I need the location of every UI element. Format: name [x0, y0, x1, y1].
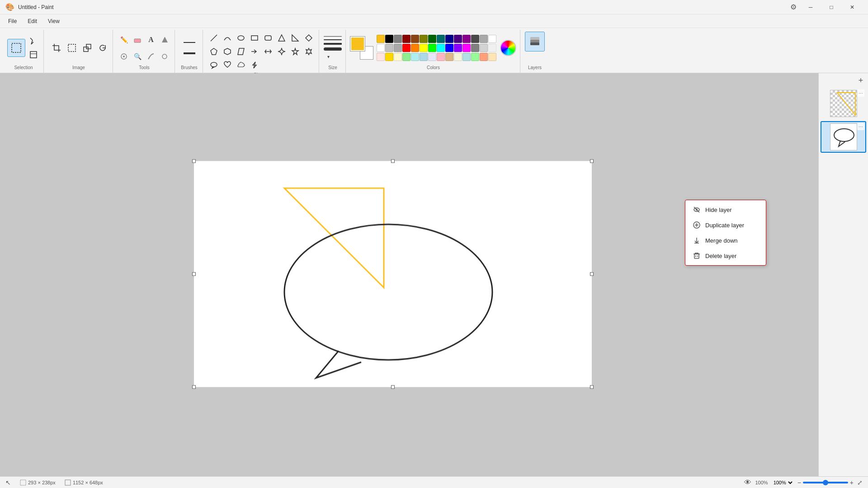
heart-shape-btn[interactable]: [221, 59, 234, 71]
triangle-shape-btn[interactable]: [275, 32, 288, 44]
rotate-btn[interactable]: [96, 42, 109, 54]
color-swatch[interactable]: [377, 53, 385, 61]
layer-item-1[interactable]: ⋯: [821, 88, 866, 119]
handle-mr[interactable]: [590, 272, 594, 276]
color-wheel-btn[interactable]: [500, 40, 516, 56]
main-canvas[interactable]: [194, 161, 592, 387]
smudge-btn[interactable]: [158, 50, 171, 63]
color-swatch[interactable]: [411, 35, 419, 43]
settings-icon[interactable]: ⚙: [790, 3, 797, 11]
curve-shape-btn[interactable]: [221, 32, 234, 44]
color-swatch[interactable]: [394, 44, 402, 52]
star6-shape-btn[interactable]: [302, 45, 315, 58]
star5-shape-btn[interactable]: [289, 45, 302, 58]
color-swatch[interactable]: [377, 35, 385, 43]
brush-2-btn[interactable]: [181, 49, 198, 58]
ellipse-shape-btn[interactable]: [235, 32, 247, 44]
color-swatch[interactable]: [480, 44, 488, 52]
minimize-button[interactable]: ─: [800, 0, 821, 14]
color-swatch[interactable]: [480, 35, 488, 43]
color-swatch[interactable]: [385, 35, 393, 43]
brush-1-btn[interactable]: [181, 38, 198, 47]
color-swatch[interactable]: [471, 53, 479, 61]
select-rect-btn[interactable]: [7, 39, 25, 57]
parallelogram-shape-btn[interactable]: [235, 45, 247, 58]
text-btn[interactable]: A: [145, 33, 157, 46]
resize-btn[interactable]: [79, 40, 95, 56]
hide-layer-item[interactable]: Hide layer: [685, 202, 766, 217]
color-swatch[interactable]: [411, 44, 419, 52]
select-options-btn[interactable]: [27, 48, 40, 61]
magnifier-btn[interactable]: 🔍: [131, 50, 144, 63]
crop-btn[interactable]: [48, 40, 65, 56]
lightning-shape-btn[interactable]: [248, 59, 261, 71]
color-swatch[interactable]: [411, 53, 419, 61]
eraser-btn[interactable]: [131, 33, 144, 46]
color-swatch[interactable]: [385, 53, 393, 61]
zoom-slider[interactable]: [803, 482, 848, 483]
handle-tr[interactable]: [590, 160, 594, 163]
roundrect-shape-btn[interactable]: [262, 32, 274, 44]
dbarrow-shape-btn[interactable]: [262, 45, 274, 58]
color-swatch[interactable]: [488, 35, 496, 43]
handle-tc[interactable]: [391, 160, 395, 163]
size-2-btn[interactable]: [324, 39, 342, 40]
color-swatch[interactable]: [471, 44, 479, 52]
callout-shape-btn[interactable]: [208, 59, 220, 71]
color-swatch[interactable]: [454, 44, 462, 52]
arrow-shape-btn[interactable]: [248, 45, 261, 58]
delete-layer-item[interactable]: Delete layer: [685, 248, 766, 263]
color-swatch[interactable]: [394, 53, 402, 61]
handle-bc[interactable]: [391, 385, 395, 389]
color-swatch[interactable]: [394, 35, 402, 43]
diamond-shape-btn[interactable]: [302, 32, 315, 44]
color-swatch[interactable]: [445, 44, 453, 52]
close-button[interactable]: ✕: [842, 0, 863, 14]
menu-file[interactable]: File: [4, 16, 21, 26]
star4-shape-btn[interactable]: [275, 45, 288, 58]
color-swatch[interactable]: [480, 53, 488, 61]
color-swatch[interactable]: [471, 35, 479, 43]
zoom-select[interactable]: 100% 50% 200%: [772, 479, 794, 486]
zoom-out-btn[interactable]: −: [797, 479, 801, 486]
view-icon[interactable]: 👁: [744, 479, 751, 487]
color-swatch[interactable]: [428, 35, 436, 43]
layers-panel-btn[interactable]: [525, 32, 545, 52]
duplicate-layer-item[interactable]: Duplicate layer: [685, 217, 766, 233]
handle-br[interactable]: [590, 385, 594, 389]
fullscreen-btn[interactable]: ⤢: [857, 479, 863, 486]
add-layer-button[interactable]: +: [855, 75, 866, 86]
line-shape-btn[interactable]: [208, 32, 220, 44]
layer-item-2[interactable]: ⋯: [821, 121, 866, 153]
select-free-btn[interactable]: [27, 35, 40, 47]
color-swatch[interactable]: [488, 53, 496, 61]
color-swatch[interactable]: [437, 35, 445, 43]
color-swatch[interactable]: [437, 53, 445, 61]
color-swatch[interactable]: [420, 44, 428, 52]
color-swatch[interactable]: [420, 53, 428, 61]
color-swatch[interactable]: [445, 53, 453, 61]
color-swatch[interactable]: [402, 53, 410, 61]
color-swatch[interactable]: [402, 44, 410, 52]
menu-view[interactable]: View: [43, 16, 64, 26]
color-picker-btn[interactable]: [118, 50, 130, 63]
cloud-shape-btn[interactable]: [235, 59, 247, 71]
pentagon-shape-btn[interactable]: [208, 45, 220, 58]
canvas-area[interactable]: Hide layer Duplicate layer: [0, 73, 818, 476]
handle-bl[interactable]: [192, 385, 196, 389]
fill-btn[interactable]: [158, 33, 171, 46]
layer-options-1-btn[interactable]: ⋯: [857, 89, 864, 97]
select-all-btn[interactable]: [66, 42, 78, 54]
color-swatch[interactable]: [462, 44, 471, 52]
color-swatch[interactable]: [437, 44, 445, 52]
color-swatch[interactable]: [454, 35, 462, 43]
layer-options-2-btn[interactable]: ⋯: [857, 123, 864, 130]
zoom-in-btn[interactable]: +: [850, 479, 854, 486]
size-dropdown-btn[interactable]: ▾: [324, 53, 333, 60]
color-swatch[interactable]: [462, 35, 471, 43]
merge-down-item[interactable]: Merge down: [685, 233, 766, 248]
color-swatch[interactable]: [428, 44, 436, 52]
rtriangle-shape-btn[interactable]: [289, 32, 302, 44]
size-1-btn[interactable]: [324, 36, 342, 37]
color-swatch[interactable]: [488, 44, 496, 52]
